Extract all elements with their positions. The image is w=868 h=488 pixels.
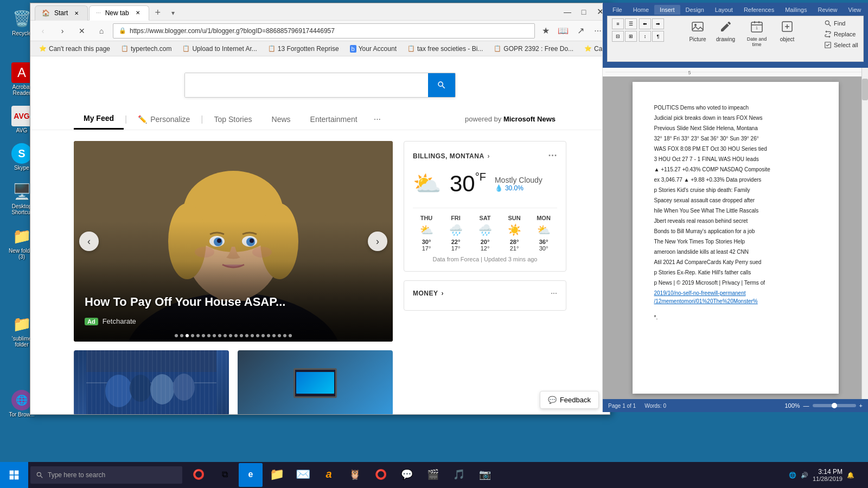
bookmark-your-account[interactable]: b Your Account bbox=[346, 44, 401, 54]
back-button[interactable]: ‹ bbox=[35, 23, 51, 39]
start-button[interactable] bbox=[0, 462, 28, 488]
dot-14[interactable] bbox=[245, 334, 248, 337]
taskbar-explorer[interactable]: 📁 bbox=[265, 463, 289, 487]
dot-19[interactable] bbox=[272, 334, 276, 337]
bookmark-gopr[interactable]: 📋 GOPR 2392 : Free Do... bbox=[489, 44, 578, 54]
maximize-button[interactable]: □ bbox=[576, 4, 591, 20]
new-tab-button[interactable]: + bbox=[150, 5, 165, 21]
dot-22[interactable] bbox=[289, 334, 292, 337]
dot-1[interactable] bbox=[175, 334, 178, 337]
word-link-2[interactable]: /12mementomori/01%20The%20Monster% bbox=[654, 298, 758, 304]
word-link-1[interactable]: 2019/10/no-self-no-freewill-permanent bbox=[654, 290, 746, 296]
taskbar-oracle[interactable]: ⭕ bbox=[369, 463, 393, 487]
dot-13[interactable] bbox=[240, 334, 243, 337]
ribbon-tab-file[interactable]: File bbox=[607, 5, 628, 15]
dot-8[interactable] bbox=[213, 334, 216, 337]
ribbon-tab-view[interactable]: View bbox=[843, 5, 867, 15]
tab-start-close[interactable]: ✕ bbox=[72, 9, 81, 17]
ribbon-tab-review[interactable]: Review bbox=[813, 5, 843, 15]
favorites-icon[interactable]: ★ bbox=[538, 23, 553, 38]
dot-7[interactable] bbox=[207, 334, 210, 337]
dot-2[interactable] bbox=[180, 334, 183, 337]
taskbar-photos[interactable]: 📷 bbox=[473, 463, 497, 487]
taskbar-task-view[interactable]: ⧉ bbox=[213, 463, 237, 487]
feed-nav-top-stories[interactable]: Top Stories bbox=[204, 110, 261, 129]
taskbar-network-icon[interactable]: 🌐 bbox=[789, 472, 796, 479]
zoom-slider[interactable] bbox=[813, 404, 856, 407]
bookmark-typertech[interactable]: 📋 typertech.com bbox=[117, 44, 176, 54]
indent-btn-1[interactable]: ⬅ bbox=[639, 18, 651, 29]
bookmark-tax-free[interactable]: 📋 tax free societies - Bi... bbox=[403, 44, 487, 54]
search-input[interactable] bbox=[185, 73, 428, 97]
dot-10[interactable] bbox=[224, 334, 227, 337]
carousel-prev-button[interactable]: ‹ bbox=[79, 232, 99, 251]
dot-16[interactable] bbox=[256, 334, 259, 337]
taskbar-tripadvisor[interactable]: 🦉 bbox=[343, 463, 367, 487]
ribbon-datetime-btn[interactable]: 1 Date andtime bbox=[742, 18, 772, 49]
taskbar-skype[interactable]: 💬 bbox=[395, 463, 419, 487]
ribbon-insert-object-btn[interactable]: object bbox=[775, 18, 799, 49]
feed-nav-more[interactable]: ··· bbox=[367, 109, 387, 130]
scrollbar-thumb[interactable] bbox=[862, 79, 868, 100]
dot-11[interactable] bbox=[229, 334, 232, 337]
list-btn-2[interactable]: ☰ bbox=[625, 18, 637, 29]
dot-17[interactable] bbox=[261, 334, 265, 337]
sort-btn[interactable]: ↕ bbox=[639, 31, 651, 42]
search-button[interactable] bbox=[428, 73, 455, 97]
taskbar-search-box[interactable]: Type here to search bbox=[30, 466, 182, 484]
list-btn-4[interactable]: ⊞ bbox=[625, 31, 637, 42]
address-bar[interactable]: 🔒 https://www.blogger.com/u/1/blogger.g?… bbox=[113, 23, 535, 38]
ribbon-tab-insert[interactable]: Insert bbox=[654, 5, 680, 15]
taskbar-cortana[interactable]: ⭕ bbox=[187, 463, 210, 487]
dot-21[interactable] bbox=[283, 334, 286, 337]
bookmark-cant-reach-1[interactable]: ⭐ Can't reach this page bbox=[35, 44, 114, 54]
feed-nav-news[interactable]: News bbox=[262, 110, 301, 129]
bookmark-upload[interactable]: 📋 Upload to Internet Ar... bbox=[178, 44, 261, 54]
taskbar-vlc[interactable]: 🎬 bbox=[421, 463, 445, 487]
small-article-2[interactable] bbox=[238, 350, 393, 414]
ribbon-tab-references[interactable]: References bbox=[738, 5, 780, 15]
weather-more-menu[interactable]: ··· bbox=[548, 150, 557, 162]
taskbar-groove[interactable]: 🎵 bbox=[447, 463, 471, 487]
dot-18[interactable] bbox=[267, 334, 270, 337]
share-icon[interactable]: ↗ bbox=[573, 23, 588, 38]
taskbar-volume-icon[interactable]: 🔊 bbox=[801, 472, 808, 479]
carousel-next-button[interactable]: › bbox=[368, 232, 387, 251]
dot-20[interactable] bbox=[278, 334, 281, 337]
dot-5[interactable] bbox=[196, 334, 200, 337]
dot-3[interactable] bbox=[186, 334, 189, 337]
ribbon-tab-mailings[interactable]: Mailings bbox=[780, 5, 812, 15]
list-btn-1[interactable]: ≡ bbox=[612, 18, 624, 29]
ribbon-picture-btn[interactable]: Picture bbox=[686, 18, 710, 49]
zoom-increase-btn[interactable]: + bbox=[859, 402, 863, 409]
tab-new-close[interactable]: ✕ bbox=[133, 9, 142, 17]
home-button[interactable]: ⌂ bbox=[93, 23, 110, 39]
small-article-1[interactable] bbox=[74, 350, 229, 414]
zoom-decrease-btn[interactable]: — bbox=[803, 402, 809, 409]
feed-nav-personalize[interactable]: ✏️ Personalize bbox=[128, 110, 200, 129]
taskbar-notification-icon[interactable]: 🔔 bbox=[847, 472, 854, 479]
dot-9[interactable] bbox=[218, 334, 221, 337]
tab-start[interactable]: 🏠 Start ✕ bbox=[35, 5, 88, 21]
ribbon-tab-layout[interactable]: Layout bbox=[710, 5, 738, 15]
taskbar-clock[interactable]: 3:14 PM 11/28/2019 bbox=[813, 468, 843, 482]
ribbon-replace-btn[interactable]: Replace bbox=[821, 29, 864, 39]
forward-button[interactable]: › bbox=[54, 23, 71, 39]
ribbon-tab-design[interactable]: Design bbox=[680, 5, 710, 15]
list-btn-3[interactable]: ⊟ bbox=[612, 31, 624, 42]
reading-mode-icon[interactable]: 📖 bbox=[556, 23, 571, 38]
dot-12[interactable] bbox=[234, 334, 238, 337]
ribbon-find-btn[interactable]: Find bbox=[821, 18, 864, 28]
tab-new[interactable]: ··· New tab ✕ bbox=[89, 5, 149, 21]
minimize-button[interactable]: — bbox=[560, 4, 575, 20]
bookmark-forgotten[interactable]: 📋 13 Forgotten Reprise bbox=[264, 44, 343, 54]
feed-nav-entertainment[interactable]: Entertainment bbox=[301, 110, 367, 129]
taskbar-mail[interactable]: ✉️ bbox=[291, 463, 315, 487]
dot-4[interactable] bbox=[191, 334, 194, 337]
refresh-button[interactable]: ✕ bbox=[74, 23, 90, 39]
word-scrollbar[interactable] bbox=[861, 68, 868, 399]
ribbon-draw-btn[interactable]: drawing bbox=[713, 18, 738, 49]
ribbon-select-all-btn[interactable]: Select all bbox=[821, 40, 864, 50]
taskbar-edge[interactable]: e bbox=[239, 463, 263, 487]
indent-btn-2[interactable]: ➡ bbox=[652, 18, 664, 29]
